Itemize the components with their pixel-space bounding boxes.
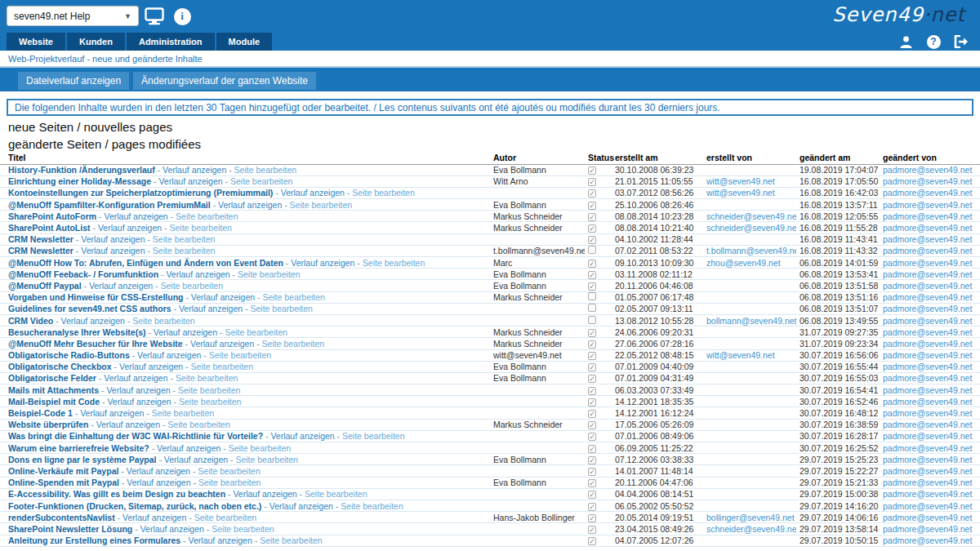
verlauf-anzeigen-link[interactable]: Verlauf anzeigen [189,535,252,545]
status-checkbox[interactable] [588,316,596,324]
page-title-link[interactable]: Footer-Funktionen (Drucken, Sitemap, zur… [8,501,261,511]
seite-bearbeiten-link[interactable]: Seite bearbeiten [169,223,231,233]
status-checkbox[interactable] [588,479,596,487]
created-by-link[interactable]: schneider@seven49.net [706,524,796,534]
verlauf-anzeigen-link[interactable]: Verlauf anzeigen [291,258,354,268]
logout-icon[interactable] [954,34,969,49]
page-title-link[interactable]: Online-Spenden mit Paypal [8,478,119,487]
verlauf-anzeigen-link[interactable]: Verlauf anzeigen [104,211,167,221]
modified-by-link[interactable]: padmore@seven49.net [883,524,972,534]
verlauf-anzeigen-link[interactable]: Verlauf anzeigen [80,408,144,418]
modified-by-link[interactable]: padmore@seven49.net [883,489,972,499]
seite-bearbeiten-link[interactable]: Seite bearbeiten [176,211,238,221]
status-checkbox[interactable] [588,514,596,522]
page-title-link[interactable]: Website überprüfen [8,420,88,429]
seite-bearbeiten-link[interactable]: Seite bearbeiten [179,397,241,407]
status-checkbox[interactable] [588,363,596,371]
seite-bearbeiten-link[interactable]: Seite bearbeiten [209,350,271,360]
verlauf-anzeigen-link[interactable]: Verlauf anzeigen [81,246,145,256]
page-title-link[interactable]: CRM Newsletter [8,246,74,256]
created-by-link[interactable]: witt@seven49.net [706,188,775,198]
monitor-icon[interactable] [144,6,165,27]
modified-by-link[interactable]: padmore@seven49.net [883,211,972,221]
seite-bearbeiten-link[interactable]: Seite bearbeiten [250,304,312,313]
seite-bearbeiten-link[interactable]: Seite bearbeiten [229,443,291,453]
page-title-link[interactable]: Dons en ligne par le système Paypal [8,455,157,464]
verlauf-anzeigen-link[interactable]: Verlauf anzeigen [281,188,345,198]
status-checkbox[interactable] [588,178,596,186]
modified-by-link[interactable]: padmore@seven49.net [883,188,972,198]
page-title-link[interactable]: @MenuOff Feeback- / Forumfunktion [8,269,158,279]
status-checkbox[interactable] [588,329,596,337]
aenderungsverlauf-button[interactable]: Änderungsverlauf der ganzen Website [133,72,316,90]
verlauf-anzeigen-link[interactable]: Verlauf anzeigen [179,304,243,313]
status-checkbox[interactable] [588,189,596,198]
page-title-link[interactable]: @MenuOff How To: Abrufen, Einfügen und Ä… [8,258,283,268]
status-checkbox[interactable] [588,292,596,300]
page-title-link[interactable]: Einrichtung einer Holiday-Message [8,176,151,186]
status-checkbox[interactable] [588,526,596,534]
status-checkbox[interactable] [588,445,596,453]
status-checkbox[interactable] [588,375,596,383]
page-title-link[interactable]: @MenuOff Paypal [8,281,82,291]
seite-bearbeiten-link[interactable]: Seite bearbeiten [234,165,296,175]
seite-bearbeiten-link[interactable]: Seite bearbeiten [238,269,300,279]
status-checkbox[interactable] [588,202,596,210]
status-checkbox[interactable] [588,456,596,464]
verlauf-anzeigen-link[interactable]: Verlauf anzeigen [154,327,217,337]
seite-bearbeiten-link[interactable]: Seite bearbeiten [153,246,215,256]
verlauf-anzeigen-link[interactable]: Verlauf anzeigen [164,455,228,464]
created-by-link[interactable]: witt@seven49.net [706,350,775,360]
verlauf-anzeigen-link[interactable]: Verlauf anzeigen [61,316,125,326]
status-checkbox[interactable] [588,236,596,244]
status-checkbox[interactable] [588,246,596,254]
modified-by-link[interactable]: padmore@seven49.net [883,339,972,349]
page-title-link[interactable]: CRM Newsletter [8,234,74,244]
page-title-link[interactable]: Mail-Beispiel mit Code [8,397,100,407]
seite-bearbeiten-link[interactable]: Seite bearbeiten [212,524,274,534]
tab-administration[interactable]: Administration [127,33,215,51]
tab-website[interactable]: Website [7,33,65,51]
verlauf-anzeigen-link[interactable]: Verlauf anzeigen [166,269,229,279]
verlauf-anzeigen-link[interactable]: Verlauf anzeigen [98,223,162,233]
verlauf-anzeigen-link[interactable]: Verlauf anzeigen [96,420,160,429]
modified-by-link[interactable]: padmore@seven49.net [883,176,972,186]
page-title-link[interactable]: Guidelines for seven49.net CSS authors [8,304,172,313]
verlauf-anzeigen-link[interactable]: Verlauf anzeigen [140,524,204,534]
seite-bearbeiten-link[interactable]: Seite bearbeiten [341,501,403,511]
status-checkbox[interactable] [588,410,596,418]
seite-bearbeiten-link[interactable]: Seite bearbeiten [191,362,253,371]
verlauf-anzeigen-link[interactable]: Verlauf anzeigen [191,292,255,302]
verlauf-anzeigen-link[interactable]: Verlauf anzeigen [89,281,153,291]
dateiverlauf-button[interactable]: Dateiverlauf anzeigen [18,72,129,90]
status-checkbox[interactable] [588,468,596,476]
status-checkbox[interactable] [588,224,596,233]
created-by-link[interactable]: t.bollmann@seven49.net [706,246,796,256]
seite-bearbeiten-link[interactable]: Seite bearbeiten [262,292,324,302]
seite-bearbeiten-link[interactable]: Seite bearbeiten [178,385,240,395]
modified-by-link[interactable]: padmore@seven49.net [883,304,972,313]
seite-bearbeiten-link[interactable]: Seite bearbeiten [132,316,194,326]
seite-bearbeiten-link[interactable]: Seite bearbeiten [194,513,256,522]
page-title-link[interactable]: SharePoint AutoList [8,223,91,233]
seite-bearbeiten-link[interactable]: Seite bearbeiten [290,200,352,210]
modified-by-link[interactable]: padmore@seven49.net [883,316,972,326]
verlauf-anzeigen-link[interactable]: Verlauf anzeigen [163,165,226,175]
modified-by-link[interactable]: padmore@seven49.net [883,443,972,453]
status-checkbox[interactable] [588,433,596,441]
status-checkbox[interactable] [588,387,596,395]
modified-by-link[interactable]: padmore@seven49.net [883,478,972,487]
verlauf-anzeigen-link[interactable]: Verlauf anzeigen [106,385,170,395]
modified-by-link[interactable]: padmore@seven49.net [883,513,972,522]
page-title-link[interactable]: Mails mit Attachments [8,385,99,395]
created-by-link[interactable]: witt@seven49.net [706,176,775,186]
status-checkbox[interactable] [588,340,596,349]
modified-by-link[interactable]: padmore@seven49.net [883,350,972,360]
seite-bearbeiten-link[interactable]: Seite bearbeiten [363,258,425,268]
seite-bearbeiten-link[interactable]: Seite bearbeiten [230,176,292,186]
created-by-link[interactable]: schneider@seven49.net [706,223,796,233]
verlauf-anzeigen-link[interactable]: Verlauf anzeigen [158,176,222,186]
page-title-link[interactable]: Kontoeinstellungen zur Speicherplatzopti… [8,188,273,198]
verlauf-anzeigen-link[interactable]: Verlauf anzeigen [157,443,220,453]
verlauf-anzeigen-link[interactable]: Verlauf anzeigen [81,234,145,244]
